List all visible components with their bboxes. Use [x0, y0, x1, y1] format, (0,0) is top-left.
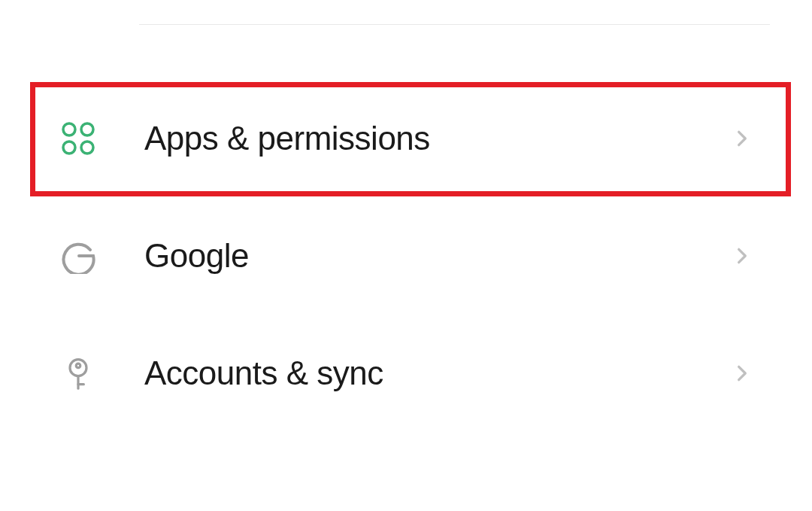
settings-row-google[interactable]: Google: [0, 197, 812, 315]
key-icon: [60, 355, 96, 391]
svg-rect-0: [63, 123, 75, 135]
svg-rect-1: [81, 123, 93, 135]
svg-rect-2: [63, 141, 75, 154]
chevron-right-icon: [732, 246, 752, 266]
svg-rect-3: [81, 141, 93, 154]
svg-point-5: [76, 363, 80, 368]
section-divider: [139, 24, 770, 25]
settings-list: Apps & permissions Google: [0, 80, 812, 432]
settings-row-accounts-sync[interactable]: Accounts & sync: [0, 315, 812, 432]
chevron-right-icon: [732, 129, 752, 148]
settings-row-apps-permissions[interactable]: Apps & permissions: [0, 80, 812, 197]
settings-row-label: Apps & permissions: [144, 120, 732, 157]
chevron-right-icon: [732, 363, 752, 383]
settings-row-label: Google: [144, 237, 732, 275]
settings-row-label: Accounts & sync: [144, 354, 732, 392]
apps-icon: [60, 120, 96, 157]
google-icon: [60, 238, 96, 274]
